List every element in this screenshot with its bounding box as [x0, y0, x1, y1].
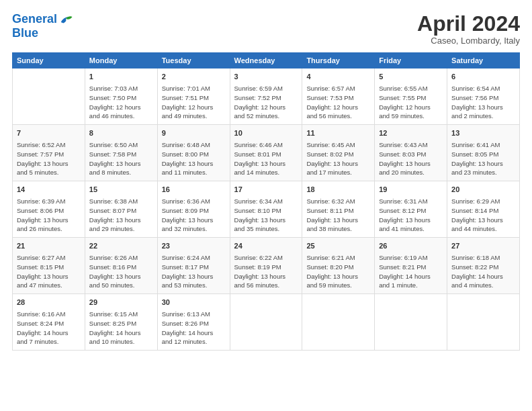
day-info-line: Sunset: 7:52 PM	[234, 93, 298, 103]
week-row-1: 1Sunrise: 7:03 AMSunset: 7:50 PMDaylight…	[13, 68, 520, 125]
day-number: 19	[379, 185, 443, 195]
day-info-line: Daylight: 13 hours	[17, 216, 81, 225]
cell-w3-d6: 19Sunrise: 6:31 AMSunset: 8:12 PMDayligh…	[375, 181, 447, 238]
day-info-line: and 29 minutes.	[89, 224, 153, 234]
day-info-line: Sunrise: 6:39 AM	[17, 197, 81, 206]
day-info-line: Sunrise: 6:21 AM	[306, 253, 370, 263]
cell-w4-d4: 24Sunrise: 6:22 AMSunset: 8:19 PMDayligh…	[230, 238, 302, 294]
day-info-line: Sunset: 7:58 PM	[89, 150, 153, 159]
day-number: 3	[234, 72, 298, 83]
day-info-line: Sunrise: 6:41 AM	[451, 140, 515, 150]
cell-w3-d5: 18Sunrise: 6:32 AMSunset: 8:11 PMDayligh…	[302, 181, 375, 238]
day-info-line: Sunset: 8:22 PM	[451, 263, 515, 272]
logo: General Blue	[12, 12, 73, 39]
cell-w1-d7: 6Sunrise: 6:54 AMSunset: 7:56 PMDaylight…	[447, 68, 520, 125]
day-info-line: Sunset: 8:25 PM	[89, 319, 153, 328]
logo-bird-icon	[58, 12, 73, 27]
col-friday: Friday	[375, 53, 447, 68]
day-number: 13	[451, 128, 515, 139]
cell-w5-d2: 29Sunrise: 6:15 AMSunset: 8:25 PMDayligh…	[85, 294, 157, 351]
day-info-line: Daylight: 13 hours	[89, 216, 153, 225]
week-row-5: 28Sunrise: 6:16 AMSunset: 8:24 PMDayligh…	[13, 294, 520, 351]
calendar-table: Sunday Monday Tuesday Wednesday Thursday…	[12, 52, 520, 351]
day-info-line: Sunrise: 6:38 AM	[89, 197, 153, 206]
day-number: 27	[451, 241, 515, 252]
cell-w2-d2: 8Sunrise: 6:50 AMSunset: 7:58 PMDaylight…	[85, 125, 157, 181]
calendar-header-row: Sunday Monday Tuesday Wednesday Thursday…	[13, 53, 520, 68]
day-info-line: Sunrise: 6:24 AM	[162, 253, 226, 263]
day-info-line: Sunrise: 7:01 AM	[162, 84, 226, 93]
day-info-line: and 41 minutes.	[379, 224, 443, 234]
day-info-line: and 23 minutes.	[451, 168, 515, 177]
day-number: 15	[89, 185, 153, 195]
logo-general: General	[12, 12, 57, 26]
month-title: April 2024	[417, 12, 520, 36]
day-info-line: Daylight: 14 hours	[89, 328, 153, 338]
day-info-line: and 49 minutes.	[162, 111, 226, 121]
day-info-line: Sunset: 8:14 PM	[451, 206, 515, 216]
day-info-line: Sunrise: 6:29 AM	[451, 197, 515, 206]
day-info-line: and 47 minutes.	[17, 281, 81, 290]
day-info-line: Daylight: 13 hours	[162, 272, 226, 281]
cell-w5-d5	[302, 294, 375, 351]
day-info-line: and 12 minutes.	[162, 337, 226, 347]
day-info-line: and 5 minutes.	[17, 168, 81, 177]
day-info-line: Sunset: 8:02 PM	[306, 150, 370, 159]
day-info-line: and 59 minutes.	[306, 281, 370, 290]
day-info-line: Sunrise: 6:45 AM	[306, 140, 370, 150]
main-container: General Blue April 2024 Caseo, Lombardy,…	[0, 0, 532, 411]
col-wednesday: Wednesday	[230, 53, 302, 68]
week-row-2: 7Sunrise: 6:52 AMSunset: 7:57 PMDaylight…	[13, 125, 520, 181]
day-info-line: Daylight: 12 hours	[89, 103, 153, 112]
day-info-line: and 20 minutes.	[379, 168, 443, 177]
day-info-line: and 52 minutes.	[234, 111, 298, 121]
day-info-line: Sunrise: 6:59 AM	[234, 84, 298, 93]
day-info-line: Sunset: 8:19 PM	[234, 263, 298, 272]
day-number: 26	[379, 241, 443, 252]
cell-w3-d3: 16Sunrise: 6:36 AMSunset: 8:09 PMDayligh…	[157, 181, 230, 238]
cell-w1-d3: 2Sunrise: 7:01 AMSunset: 7:51 PMDaylight…	[157, 68, 230, 125]
day-info-line: Daylight: 13 hours	[89, 159, 153, 169]
day-info-line: Sunset: 8:05 PM	[451, 150, 515, 159]
cell-w3-d1: 14Sunrise: 6:39 AMSunset: 8:06 PMDayligh…	[13, 181, 85, 238]
day-info-line: and 56 minutes.	[234, 281, 298, 290]
day-info-line: Daylight: 13 hours	[451, 216, 515, 225]
day-info-line: Sunset: 7:53 PM	[306, 93, 370, 103]
day-info-line: Daylight: 13 hours	[379, 216, 443, 225]
col-tuesday: Tuesday	[157, 53, 230, 68]
cell-w4-d6: 26Sunrise: 6:19 AMSunset: 8:21 PMDayligh…	[375, 238, 447, 294]
day-info-line: and 46 minutes.	[89, 111, 153, 121]
day-number: 7	[17, 128, 81, 139]
day-info-line: Sunrise: 6:34 AM	[234, 197, 298, 206]
day-info-line: Daylight: 13 hours	[89, 272, 153, 281]
day-info-line: Sunset: 8:16 PM	[89, 263, 153, 272]
day-info-line: Sunrise: 6:31 AM	[379, 197, 443, 206]
day-number: 5	[379, 72, 443, 83]
day-info-line: Daylight: 13 hours	[306, 216, 370, 225]
day-info-line: Sunrise: 6:32 AM	[306, 197, 370, 206]
day-number: 11	[306, 128, 370, 139]
cell-w1-d6: 5Sunrise: 6:55 AMSunset: 7:55 PMDaylight…	[375, 68, 447, 125]
day-number: 6	[451, 72, 515, 83]
cell-w3-d2: 15Sunrise: 6:38 AMSunset: 8:07 PMDayligh…	[85, 181, 157, 238]
day-number: 8	[89, 128, 153, 139]
day-number: 4	[306, 72, 370, 83]
col-sunday: Sunday	[13, 53, 85, 68]
cell-w1-d2: 1Sunrise: 7:03 AMSunset: 7:50 PMDaylight…	[85, 68, 157, 125]
day-number: 17	[234, 185, 298, 195]
day-number: 29	[89, 298, 153, 308]
cell-w5-d6	[375, 294, 447, 351]
day-info-line: Sunset: 8:09 PM	[162, 206, 226, 216]
day-info-line: Daylight: 13 hours	[306, 159, 370, 169]
day-info-line: and 59 minutes.	[379, 111, 443, 121]
day-info-line: and 56 minutes.	[306, 111, 370, 121]
day-info-line: and 1 minute.	[379, 281, 443, 290]
day-info-line: Daylight: 13 hours	[379, 159, 443, 169]
day-info-line: Daylight: 13 hours	[234, 159, 298, 169]
day-number: 23	[162, 241, 226, 252]
day-info-line: Daylight: 13 hours	[451, 103, 515, 112]
day-info-line: and 38 minutes.	[306, 224, 370, 234]
cell-w5-d1: 28Sunrise: 6:16 AMSunset: 8:24 PMDayligh…	[13, 294, 85, 351]
cell-w3-d4: 17Sunrise: 6:34 AMSunset: 8:10 PMDayligh…	[230, 181, 302, 238]
day-info-line: Sunrise: 6:36 AM	[162, 197, 226, 206]
